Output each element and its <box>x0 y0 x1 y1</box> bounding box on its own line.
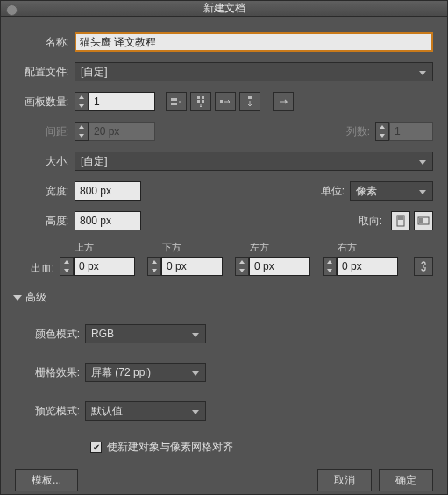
bleed-bottom-input[interactable] <box>161 257 223 276</box>
columns-input <box>389 122 433 141</box>
align-grid-checkbox[interactable]: ✔ <box>90 442 102 453</box>
templates-button[interactable]: 模板... <box>15 469 78 491</box>
disclosure-icon <box>13 295 22 301</box>
bleed-label: 出血: <box>15 261 60 276</box>
colormode-label: 颜色模式: <box>15 327 85 342</box>
bleed-right-input[interactable] <box>337 257 398 276</box>
arrange-grid-col-icon[interactable] <box>190 92 211 111</box>
arrange-grid-row-icon[interactable] <box>166 92 187 111</box>
raster-label: 栅格效果: <box>15 365 85 380</box>
spacing-label: 间距: <box>15 124 75 139</box>
chevron-down-icon <box>416 186 429 198</box>
footer: 模板... 取消 确定 <box>1 463 447 495</box>
width-input[interactable] <box>75 181 141 201</box>
close-button[interactable] <box>6 4 18 16</box>
align-grid-label: 使新建对象与像素网格对齐 <box>107 440 233 455</box>
height-label: 高度: <box>15 214 75 229</box>
svg-rect-9 <box>248 96 252 99</box>
preview-select[interactable]: 默认值 <box>85 401 206 421</box>
titlebar: 新建文档 <box>1 1 447 17</box>
name-input[interactable] <box>75 32 433 52</box>
columns-label: 列数: <box>346 124 375 139</box>
svg-rect-11 <box>398 216 403 220</box>
bleed-top-stepper[interactable] <box>60 257 74 276</box>
bleed-top-header: 上方 <box>60 241 135 254</box>
raster-value: 屏幕 (72 ppi) <box>91 365 151 380</box>
width-label: 宽度: <box>15 184 75 199</box>
chevron-down-icon <box>416 67 429 79</box>
svg-rect-5 <box>197 100 200 103</box>
cancel-button[interactable]: 取消 <box>317 469 372 491</box>
svg-rect-8 <box>220 100 223 103</box>
new-document-dialog: 新建文档 名称: 配置文件: [自定] 画板数量: <box>0 0 448 495</box>
svg-rect-1 <box>174 98 177 101</box>
advanced-label: 高级 <box>25 290 46 305</box>
size-select[interactable]: [自定] <box>75 152 433 171</box>
link-bleed-button[interactable] <box>414 257 433 276</box>
ok-button[interactable]: 确定 <box>379 469 433 491</box>
height-input[interactable] <box>75 211 141 230</box>
size-value: [自定] <box>81 154 108 169</box>
arrange-group <box>166 92 264 111</box>
bleed-right-header: 右方 <box>323 241 398 254</box>
arrange-col-icon[interactable] <box>239 92 260 111</box>
spacing-stepper <box>75 122 89 141</box>
units-label: 单位: <box>321 184 350 199</box>
chevron-down-icon <box>189 367 202 379</box>
orientation-portrait-button[interactable] <box>391 211 410 230</box>
chevron-down-icon <box>189 329 202 341</box>
bleed-left-header: 左方 <box>235 241 310 254</box>
svg-rect-4 <box>197 96 200 99</box>
profile-value: [自定] <box>81 65 108 80</box>
artboards-input[interactable] <box>89 92 155 111</box>
name-label: 名称: <box>15 35 75 50</box>
colormode-select[interactable]: RGB <box>85 324 206 343</box>
preview-label: 预览模式: <box>15 404 85 419</box>
profile-select[interactable]: [自定] <box>75 62 433 81</box>
bleed-left-stepper[interactable] <box>235 257 249 276</box>
bleed-bottom-stepper[interactable] <box>147 257 161 276</box>
arrange-rtl-icon[interactable] <box>273 92 294 111</box>
dialog-title: 新建文档 <box>203 1 245 16</box>
svg-rect-0 <box>171 98 174 101</box>
spacing-input <box>89 122 155 141</box>
orientation-landscape-button[interactable] <box>414 211 433 230</box>
units-value: 像素 <box>356 184 377 199</box>
chevron-down-icon <box>416 156 429 168</box>
bleed-right-stepper[interactable] <box>323 257 337 276</box>
bleed-left-input[interactable] <box>249 257 310 276</box>
columns-stepper <box>375 122 389 141</box>
raster-select[interactable]: 屏幕 (72 ppi) <box>85 363 206 382</box>
artboards-label: 画板数量: <box>15 95 75 110</box>
units-select[interactable]: 像素 <box>350 181 433 201</box>
profile-label: 配置文件: <box>15 65 75 80</box>
orientation-label: 取向: <box>359 214 388 229</box>
artboards-stepper[interactable] <box>75 92 89 111</box>
advanced-section-toggle[interactable]: 高级 <box>15 290 433 305</box>
svg-rect-6 <box>202 96 204 99</box>
bleed-bottom-header: 下方 <box>147 241 223 254</box>
svg-rect-2 <box>171 103 174 105</box>
content-area: 名称: 配置文件: [自定] 画板数量: <box>1 17 447 463</box>
arrange-row-icon[interactable] <box>215 92 236 111</box>
svg-rect-3 <box>174 103 177 105</box>
size-label: 大小: <box>15 154 75 169</box>
colormode-value: RGB <box>91 328 114 340</box>
svg-rect-7 <box>202 100 204 103</box>
bleed-top-input[interactable] <box>74 257 135 276</box>
preview-value: 默认值 <box>91 404 123 419</box>
svg-rect-13 <box>419 218 423 223</box>
chevron-down-icon <box>189 406 202 418</box>
